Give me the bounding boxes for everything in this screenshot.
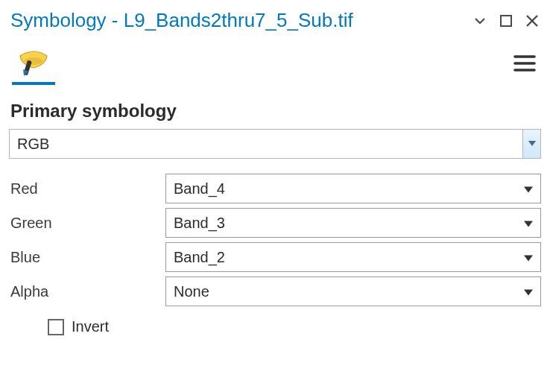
window-controls <box>472 13 540 28</box>
symbology-method-value: RGB <box>10 130 522 158</box>
svg-marker-9 <box>524 187 533 193</box>
paint-layer-icon <box>17 48 50 78</box>
hamburger-icon <box>513 54 536 73</box>
select-blue-value: Band_2 <box>174 249 225 266</box>
label-blue: Blue <box>9 249 158 266</box>
row-green: Green Band_3 <box>9 208 541 238</box>
invert-checkbox[interactable] <box>48 319 64 335</box>
dropdown-arrow-icon <box>528 141 536 147</box>
pane-menu-button[interactable] <box>510 48 540 78</box>
chevron-down-icon <box>472 13 487 28</box>
caret-icon <box>524 283 533 300</box>
symbology-pane: Symbology - L9_Bands2thru7_5_Sub.tif <box>0 0 550 392</box>
symbology-method-dropdown[interactable] <box>522 130 540 158</box>
collapse-button[interactable] <box>472 13 487 28</box>
row-red: Red Band_4 <box>9 174 541 203</box>
svg-marker-10 <box>524 221 533 227</box>
section-heading: Primary symbology <box>0 83 550 129</box>
maximize-button[interactable] <box>499 14 513 28</box>
titlebar: Symbology - L9_Bands2thru7_5_Sub.tif <box>0 0 550 39</box>
row-invert: Invert <box>9 311 541 335</box>
close-icon <box>525 13 540 28</box>
close-button[interactable] <box>525 13 540 28</box>
symbology-method-select[interactable]: RGB <box>9 129 541 159</box>
row-alpha: Alpha None <box>9 276 541 306</box>
pane-title: Symbology - L9_Bands2thru7_5_Sub.tif <box>10 9 472 32</box>
maximize-icon <box>499 14 513 28</box>
label-alpha: Alpha <box>9 283 158 300</box>
caret-icon <box>524 180 533 197</box>
select-blue-band[interactable]: Band_2 <box>165 242 541 272</box>
caret-icon <box>524 249 533 266</box>
label-red: Red <box>9 180 158 197</box>
select-green-value: Band_3 <box>174 215 225 232</box>
select-green-band[interactable]: Band_3 <box>165 208 541 238</box>
select-alpha-band[interactable]: None <box>165 276 541 306</box>
band-rows: Red Band_4 Green Band_3 Blue Band_2 <box>0 169 550 335</box>
select-red-band[interactable]: Band_4 <box>165 174 541 203</box>
row-blue: Blue Band_2 <box>9 242 541 272</box>
select-red-value: Band_4 <box>174 180 225 197</box>
svg-marker-8 <box>528 141 536 146</box>
label-green: Green <box>9 215 158 232</box>
invert-label: Invert <box>72 318 109 335</box>
svg-marker-11 <box>524 256 533 262</box>
svg-rect-0 <box>501 16 511 26</box>
caret-icon <box>524 215 533 232</box>
svg-marker-12 <box>524 290 533 296</box>
tab-primary-symbology[interactable] <box>10 44 57 83</box>
select-alpha-value: None <box>174 283 209 300</box>
tab-strip <box>0 39 550 83</box>
